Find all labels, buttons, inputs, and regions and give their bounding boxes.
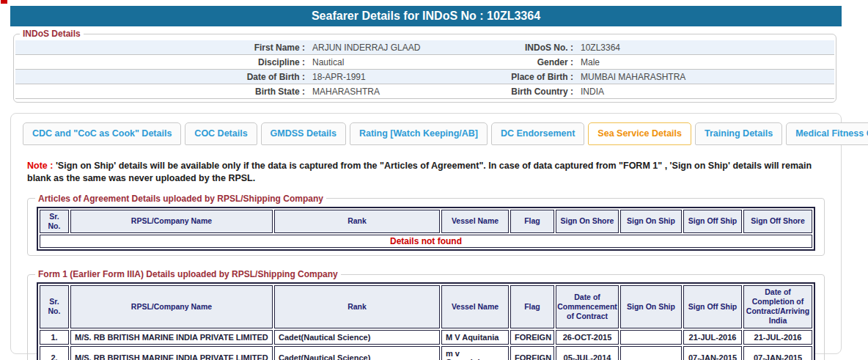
table-cell: 07-JAN-2015 <box>683 346 742 360</box>
table-header-row: Sr. No.RPSL/Company NameRankVessel NameF… <box>40 210 812 233</box>
table-header-row: Sr. No.RPSL/Company NameRankVessel NameF… <box>40 285 812 328</box>
table-cell: 21-JUL-2016 <box>683 330 742 345</box>
field-value: Male <box>577 55 834 69</box>
indos-rows: First Name :ARJUN INDERRAJ GLAADINDoS No… <box>15 40 834 99</box>
table-row: 1.M/S. RB BRITISH MARINE INDIA PRIVATE L… <box>40 330 812 345</box>
field-label: INDoS No. : <box>498 40 577 54</box>
field-value: Nautical <box>309 55 498 69</box>
note-prefix: Note : <box>27 161 53 171</box>
table-cell: 05-JUL-2014 <box>556 346 619 360</box>
note-text: Note : 'Sign on Ship' details will be av… <box>27 160 825 185</box>
field-label: Birth State : <box>15 84 309 98</box>
tab-cdc-and-coc-as-cook-details[interactable]: CDC and "CoC as Cook" Details <box>23 122 181 145</box>
column-header: Vessel Name <box>441 285 509 328</box>
indos-detail-row: Date of Birth :18-APR-1991Place of Birth… <box>15 70 834 84</box>
indos-details-panel: INDoS Details First Name :ARJUN INDERRAJ… <box>13 29 836 103</box>
form1-table: Sr. No.RPSL/Company NameRankVessel NameF… <box>37 282 815 360</box>
table-cell: Cadet(Nautical Science) <box>274 330 440 345</box>
table-cell <box>620 346 682 360</box>
table-cell: 21-JUL-2016 <box>743 330 812 345</box>
column-header: Sr. No. <box>40 210 69 233</box>
table-cell: m v Gwendolen <box>441 346 509 360</box>
column-header: Sign Off Ship <box>683 285 742 328</box>
empty-message: Details not found <box>40 235 812 248</box>
column-header: Flag <box>510 285 554 328</box>
field-value: INDIA <box>577 84 834 98</box>
table-empty-row: Details not found <box>40 235 812 248</box>
indos-detail-row: Discipline :NauticalGender :Male <box>15 55 834 70</box>
field-label: First Name : <box>15 40 309 54</box>
column-header: Sign Off Shore <box>743 210 812 233</box>
field-label: Discipline : <box>15 55 309 69</box>
column-header: Sr. No. <box>40 285 69 328</box>
column-header: Rank <box>274 210 440 233</box>
indos-details-legend: INDoS Details <box>20 29 84 39</box>
field-value: ARJUN INDERRAJ GLAAD <box>309 40 498 54</box>
column-header: RPSL/Company Name <box>70 285 273 328</box>
field-label: Birth Country : <box>498 84 577 98</box>
tab-rating-watch-keeping-ab[interactable]: Rating [Watch Keeping/AB] <box>350 122 488 145</box>
field-label: Date of Birth : <box>15 70 309 84</box>
field-value: 10ZL3364 <box>577 40 834 54</box>
table-cell: M/S. RB BRITISH MARINE INDIA PRIVATE LIM… <box>70 346 273 360</box>
table-cell <box>620 330 682 345</box>
tab-coc-details[interactable]: COC Details <box>185 122 257 145</box>
indos-detail-row: Birth State :MAHARASHTRABirth Country :I… <box>15 84 834 99</box>
column-header: Date of Commencement of Contract <box>556 285 619 328</box>
column-header: Sign Off Ship <box>683 210 742 233</box>
field-value: MUMBAI MAHARASHTRA <box>577 70 834 84</box>
field-label: Place of Birth : <box>498 70 577 84</box>
column-header: Sign On Ship <box>620 210 682 233</box>
table-cell: 1. <box>40 330 69 345</box>
page-title: Seafarer Details for INDoS No : 10ZL3364 <box>10 6 842 26</box>
articles-of-agreement-section: Articles of Agreement Details uploaded b… <box>27 194 825 256</box>
form1-legend: Form 1 (Earlier Form IIIA) Details uploa… <box>35 269 341 279</box>
column-header: Vessel Name <box>441 210 509 233</box>
form1-section: Form 1 (Earlier Form IIIA) Details uploa… <box>27 269 825 360</box>
tab-sea-service-details[interactable]: Sea Service Details <box>588 122 691 145</box>
table-cell: M V Aquitania <box>441 330 509 345</box>
field-label: Gender : <box>498 55 577 69</box>
table-cell: 07-JAN-2015 <box>743 346 812 360</box>
column-header: RPSL/Company Name <box>70 210 273 233</box>
field-value: MAHARASHTRA <box>309 84 498 98</box>
articles-of-agreement-legend: Articles of Agreement Details uploaded b… <box>35 194 326 204</box>
note-body: 'Sign on Ship' details will be available… <box>27 161 812 183</box>
column-header: Rank <box>274 285 440 328</box>
table-cell: 2. <box>40 346 69 360</box>
tab-training-details[interactable]: Training Details <box>695 122 782 145</box>
tab-gmdss-details[interactable]: GMDSS Details <box>261 122 346 145</box>
table-cell: 26-OCT-2015 <box>556 330 619 345</box>
tab-dc-endorsement[interactable]: DC Endorsement <box>491 122 584 145</box>
table-row: 2.M/S. RB BRITISH MARINE INDIA PRIVATE L… <box>40 346 812 360</box>
column-header: Sign On Shore <box>556 210 619 233</box>
column-header: Flag <box>510 210 554 233</box>
table-cell: FOREIGN <box>510 330 554 345</box>
table-cell: FOREIGN <box>510 346 554 360</box>
table-cell: M/S. RB BRITISH MARINE INDIA PRIVATE LIM… <box>70 330 273 345</box>
tab-bar: CDC and "CoC as Cook" DetailsCOC Details… <box>23 122 829 145</box>
column-header: Date of Completion of Contract/Arriving … <box>743 285 812 328</box>
indos-detail-row: First Name :ARJUN INDERRAJ GLAADINDoS No… <box>15 40 834 55</box>
column-header: Sign On Ship <box>620 285 682 328</box>
articles-of-agreement-table: Sr. No.RPSL/Company NameRankVessel NameF… <box>37 207 815 251</box>
page-corner-mark <box>1 0 7 4</box>
field-value: 18-APR-1991 <box>309 70 498 84</box>
tab-medical-fitness-certificate[interactable]: Medical Fitness Certificate <box>786 122 868 145</box>
table-cell: Cadet(Nautical Science) <box>274 346 440 360</box>
seafarer-detail-panel: CDC and "CoC as Cook" DetailsCOC Details… <box>10 113 842 354</box>
